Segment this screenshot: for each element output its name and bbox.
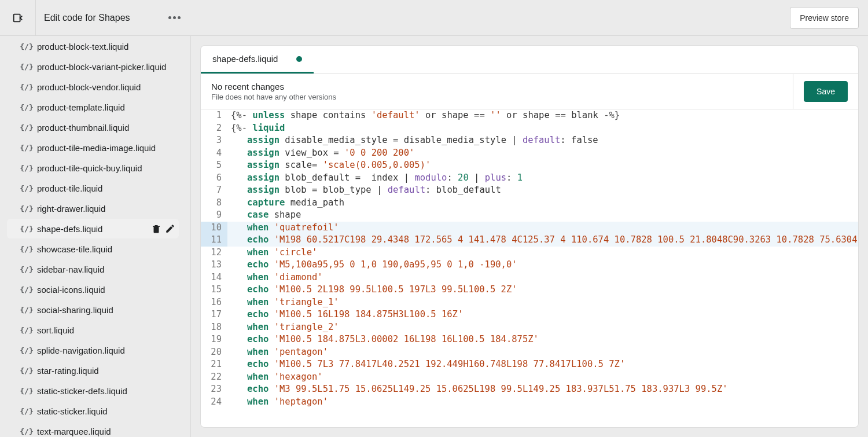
- line-number: 11: [201, 234, 227, 247]
- code-line[interactable]: 23 echo 'M3 99.5L51.75 15.0625L149.25 15…: [201, 383, 858, 396]
- code-line[interactable]: 17 echo 'M100.5 16L198 184.875H3L100.5 1…: [201, 309, 858, 321]
- code-line[interactable]: 15 echo 'M100.5 2L198 99.5L100.5 197L3 9…: [201, 284, 858, 296]
- file-name: right-drawer.liquid: [37, 204, 105, 214]
- file-sidebar[interactable]: {/}product-block-text.liquid{/}product-b…: [0, 36, 191, 437]
- liquid-file-icon: {/}: [21, 284, 32, 295]
- line-number: 3: [201, 134, 227, 147]
- liquid-file-icon: {/}: [21, 61, 32, 72]
- liquid-file-icon: {/}: [21, 162, 32, 174]
- file-item[interactable]: {/}product-tile.liquid: [7, 178, 179, 198]
- file-status-bar: No recent changes File does not have any…: [200, 74, 859, 109]
- code-line[interactable]: 10 when 'quatrefoil': [201, 222, 858, 234]
- code-line[interactable]: 11 echo 'M198 60.5217C198 29.4348 172.56…: [201, 234, 858, 247]
- liquid-file-icon: {/}: [21, 203, 32, 214]
- file-item[interactable]: {/}static-sticker-defs.liquid: [7, 381, 179, 401]
- code-content: when 'heptagon': [227, 396, 328, 409]
- file-item[interactable]: {/}product-tile-media-image.liquid: [7, 138, 179, 157]
- line-number: 2: [201, 122, 227, 135]
- tab-label: shape-defs.liquid: [212, 54, 278, 64]
- save-button[interactable]: Save: [804, 81, 848, 102]
- trash-icon[interactable]: [151, 223, 161, 234]
- code-line[interactable]: 14 when 'diamond': [201, 271, 858, 284]
- main-area: {/}product-block-text.liquid{/}product-b…: [0, 36, 868, 437]
- file-item[interactable]: {/}product-block-vendor.liquid: [7, 77, 179, 97]
- file-item[interactable]: {/}product-block-text.liquid: [7, 36, 179, 56]
- code-line[interactable]: 24 when 'heptagon': [201, 396, 858, 409]
- edit-icon[interactable]: [165, 223, 175, 234]
- liquid-file-icon: {/}: [21, 223, 32, 234]
- status-line1: No recent changes: [211, 82, 782, 91]
- line-number: 9: [201, 209, 227, 222]
- file-item[interactable]: {/}static-sticker.liquid: [7, 401, 179, 421]
- line-number: 21: [201, 358, 227, 371]
- code-content: echo 'M5,100a95,95 0 1,0 190,0a95,95 0 1…: [227, 259, 517, 271]
- code-content: echo 'M100.5 16L198 184.875H3L100.5 16Z': [227, 309, 463, 321]
- code-line[interactable]: 2{%- liquid: [201, 122, 858, 135]
- file-item[interactable]: {/}social-icons.liquid: [7, 280, 179, 299]
- file-item[interactable]: {/}right-drawer.liquid: [7, 199, 179, 218]
- line-number: 23: [201, 383, 227, 396]
- liquid-file-icon: {/}: [21, 425, 32, 437]
- file-item[interactable]: {/}splide-navigation.liquid: [7, 340, 179, 360]
- file-item[interactable]: {/}text-marquee.liquid: [7, 421, 179, 437]
- code-line[interactable]: 7 assign blob = blob_type | default: blo…: [201, 184, 858, 197]
- file-item[interactable]: {/}showcase-tile.liquid: [7, 239, 179, 259]
- tab-shape-defs[interactable]: shape-defs.liquid: [201, 46, 314, 74]
- code-line[interactable]: 6 assign blob_default = index | modulo: …: [201, 172, 858, 185]
- file-name: product-block-vendor.liquid: [37, 82, 141, 92]
- liquid-file-icon: {/}: [21, 344, 32, 356]
- code-line[interactable]: 1{%- unless shape contains 'default' or …: [201, 109, 858, 122]
- code-line[interactable]: 9 case shape: [201, 209, 858, 222]
- file-name: product-tile-media-image.liquid: [37, 143, 156, 153]
- line-number: 20: [201, 346, 227, 359]
- line-number: 18: [201, 321, 227, 334]
- code-line[interactable]: 12 when 'circle': [201, 247, 858, 259]
- file-item[interactable]: {/}product-block-variant-picker.liquid: [7, 57, 179, 76]
- code-line[interactable]: 4 assign view_box = '0 0 200 200': [201, 147, 858, 160]
- liquid-file-icon: {/}: [21, 41, 32, 52]
- code-content: echo 'M100.5 184.875L3.00002 16L198 16L1…: [227, 333, 539, 346]
- code-line[interactable]: 3 assign disable_media_style = disable_m…: [201, 134, 858, 147]
- liquid-file-icon: {/}: [21, 101, 32, 113]
- file-item[interactable]: {/}product-tile-quick-buy.liquid: [7, 158, 179, 178]
- file-name: static-sticker.liquid: [37, 406, 108, 416]
- code-line[interactable]: 21 echo 'M100.5 7L3 77.8417L40.2521 192.…: [201, 358, 858, 371]
- code-line[interactable]: 20 when 'pentagon': [201, 346, 858, 359]
- back-button[interactable]: [0, 0, 36, 36]
- file-item[interactable]: {/}shape-defs.liquid: [7, 219, 179, 238]
- line-number: 5: [201, 159, 227, 172]
- code-line[interactable]: 18 when 'triangle_2': [201, 321, 858, 334]
- code-line[interactable]: 8 capture media_path: [201, 197, 858, 210]
- liquid-file-icon: {/}: [21, 182, 32, 194]
- file-name: shape-defs.liquid: [37, 224, 102, 234]
- code-line[interactable]: 22 when 'hexagon': [201, 371, 858, 384]
- code-editor[interactable]: 1{%- unless shape contains 'default' or …: [200, 109, 859, 428]
- code-line[interactable]: 5 assign scale= 'scale(0.005,0.005)': [201, 159, 858, 172]
- file-name: product-tile-quick-buy.liquid: [37, 163, 142, 173]
- code-line[interactable]: 13 echo 'M5,100a95,95 0 1,0 190,0a95,95 …: [201, 259, 858, 271]
- file-item[interactable]: {/}sort.liquid: [7, 320, 179, 340]
- file-item[interactable]: {/}product-thumbnail.liquid: [7, 117, 179, 137]
- liquid-file-icon: {/}: [21, 365, 32, 376]
- file-name: text-marquee.liquid: [37, 427, 111, 436]
- preview-store-button[interactable]: Preview store: [790, 7, 859, 29]
- line-number: 15: [201, 284, 227, 296]
- code-content: assign scale= 'scale(0.005,0.005)': [227, 159, 431, 172]
- file-item[interactable]: {/}product-template.liquid: [7, 97, 179, 117]
- code-content: echo 'M198 60.5217C198 29.4348 172.565 4…: [227, 234, 859, 247]
- line-number: 6: [201, 172, 227, 185]
- line-number: 17: [201, 309, 227, 321]
- more-menu-button[interactable]: [165, 13, 184, 23]
- code-content: assign disable_media_style = disable_med…: [227, 134, 598, 147]
- file-name: product-block-text.liquid: [37, 42, 128, 52]
- code-line[interactable]: 19 echo 'M100.5 184.875L3.00002 16L198 1…: [201, 333, 858, 346]
- file-name: product-template.liquid: [37, 102, 125, 112]
- dot-icon: [168, 16, 171, 19]
- code-content: echo 'M3 99.5L51.75 15.0625L149.25 15.06…: [227, 383, 728, 396]
- code-line[interactable]: 16 when 'triangle_1': [201, 296, 858, 309]
- file-item[interactable]: {/}social-sharing.liquid: [7, 300, 179, 320]
- file-item[interactable]: {/}star-rating.liquid: [7, 361, 179, 380]
- file-item[interactable]: {/}sidebar-nav.liquid: [7, 259, 179, 279]
- code-content: {%- liquid: [227, 122, 285, 135]
- code-content: assign view_box = '0 0 200 200': [227, 147, 414, 160]
